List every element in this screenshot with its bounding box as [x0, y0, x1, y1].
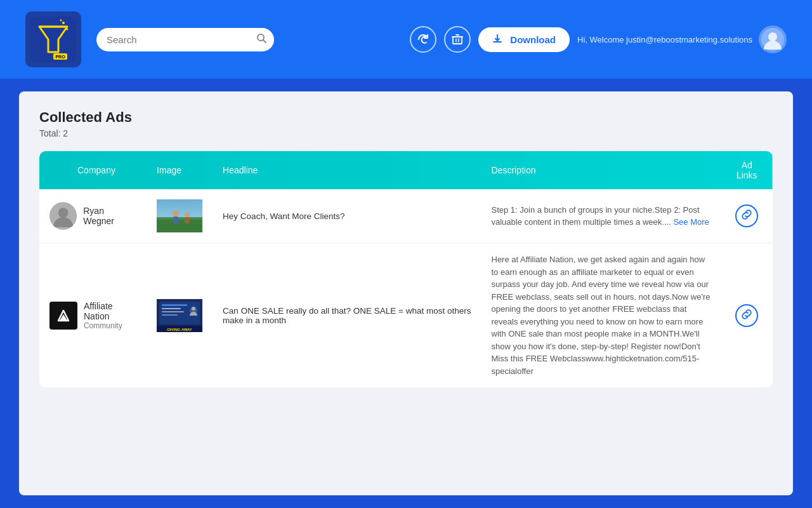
delete-button[interactable]	[444, 26, 471, 53]
ad-thumbnail-1	[157, 199, 202, 232]
company-sub-2: Community	[84, 321, 136, 330]
ads-table: Company Image Headline Description Ad Li…	[39, 151, 773, 387]
image-cell-1	[147, 189, 213, 243]
user-greeting: Hi, Welcome justin@reboostmarketing.solu…	[577, 35, 752, 44]
refresh-button[interactable]	[410, 26, 436, 53]
company-avatar-2	[49, 302, 77, 330]
svg-point-18	[58, 208, 69, 218]
user-info: Hi, Welcome justin@reboostmarketing.solu…	[577, 25, 787, 53]
description-cell-2: Here at Affiliate Nation, we get asked a…	[481, 243, 721, 388]
adlinks-cell-1	[721, 189, 773, 243]
company-cell-1: Ryan Wegner	[39, 189, 147, 243]
search-icon	[256, 33, 266, 46]
svg-point-24	[185, 212, 190, 217]
col-company: Company	[39, 151, 147, 189]
total-count: Total: 2	[39, 128, 773, 138]
app-logo: PRO	[25, 11, 81, 67]
company-name-2: Affiliate Nation	[84, 301, 136, 321]
svg-rect-10	[453, 37, 462, 44]
ad-link-button-1[interactable]	[735, 204, 758, 227]
download-icon	[492, 34, 505, 46]
col-image: Image	[147, 151, 213, 189]
description-cell-1: Step 1: Join a bunch of groups in your n…	[481, 189, 721, 243]
svg-text:PRO: PRO	[55, 55, 65, 59]
link-icon-1	[741, 209, 752, 223]
svg-rect-30	[162, 308, 181, 309]
adlinks-cell-2	[721, 243, 773, 388]
svg-point-4	[67, 29, 69, 30]
company-cell-2: Affiliate Nation Community	[39, 243, 147, 388]
company-avatar-1	[49, 202, 77, 230]
download-button[interactable]: Download	[478, 27, 570, 52]
page-title: Collected Ads	[39, 109, 773, 126]
download-label: Download	[510, 34, 556, 45]
table-row: Affiliate Nation Community	[39, 243, 773, 388]
image-cell-2: GIVING AWAY	[147, 243, 213, 388]
headline-cell-1: Hey Coach, Want More Clients?	[213, 189, 481, 243]
ad-link-button-2[interactable]	[735, 304, 758, 327]
svg-rect-25	[185, 217, 190, 224]
page-wrapper: Collected Ads Total: 2 Company Image Hea…	[0, 79, 812, 508]
svg-point-34	[192, 307, 195, 311]
svg-rect-23	[173, 217, 178, 224]
svg-point-22	[173, 210, 179, 217]
link-icon-2	[741, 309, 752, 323]
headline-text-1: Hey Coach, Want More Clients?	[223, 211, 344, 221]
main-content: Collected Ads Total: 2 Company Image Hea…	[19, 91, 793, 495]
col-description: Description	[481, 151, 721, 189]
search-container	[96, 28, 274, 51]
svg-rect-31	[162, 311, 184, 312]
header: PRO	[0, 0, 812, 79]
headline-cell-2: Can ONE SALE really do all that? ONE SAL…	[213, 243, 481, 388]
description-text-2: Here at Affiliate Nation, we get asked a…	[492, 255, 710, 376]
svg-point-5	[60, 20, 62, 22]
user-avatar	[759, 25, 787, 53]
ad-thumbnail-2: GIVING AWAY	[157, 299, 202, 332]
headline-text-2: Can ONE SALE really do all that? ONE SAL…	[223, 306, 471, 325]
svg-rect-32	[162, 314, 178, 316]
svg-point-3	[62, 22, 65, 24]
company-name-1: Ryan Wegner	[83, 206, 136, 226]
see-more-1[interactable]: See More	[673, 217, 709, 227]
col-headline: Headline	[213, 151, 481, 189]
description-text-1: Step 1: Join a bunch of groups in your n…	[492, 205, 700, 227]
search-input[interactable]	[96, 28, 274, 51]
col-adlinks: Ad Links	[721, 151, 773, 189]
table-header-row: Company Image Headline Description Ad Li…	[39, 151, 773, 189]
svg-text:GIVING AWAY: GIVING AWAY	[167, 328, 192, 331]
svg-rect-29	[162, 304, 187, 306]
svg-point-16	[768, 32, 777, 41]
table-row: Ryan Wegner	[39, 189, 773, 243]
svg-line-9	[263, 40, 266, 43]
header-actions: Download Hi, Welcome justin@reboostmarke…	[410, 25, 787, 53]
svg-rect-21	[157, 220, 202, 232]
